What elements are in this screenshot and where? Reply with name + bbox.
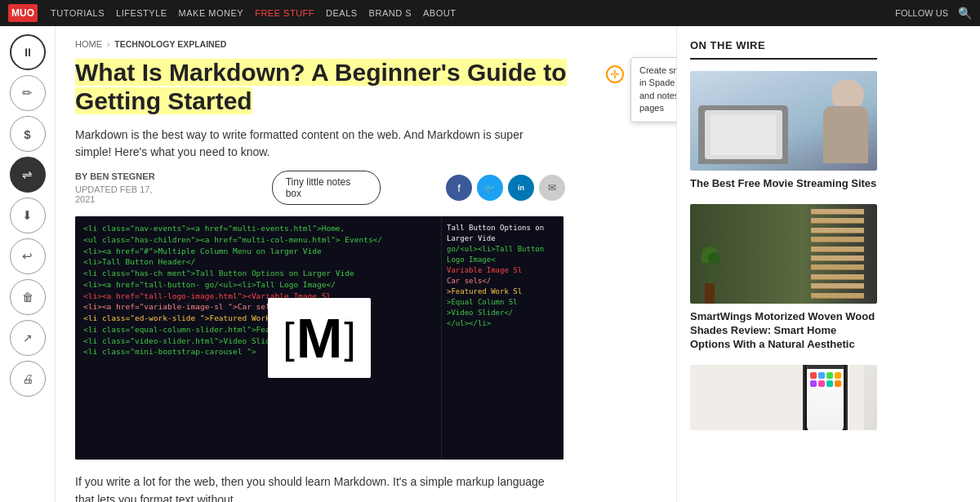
on-the-wire-title: ON THE WIRE [690, 39, 877, 60]
left-sidebar: ⏸ ✏ $ ⇌ ⬇ ↩ 🗑 ↗ 🖨 [0, 26, 56, 502]
delete-button[interactable]: 🗑 [10, 279, 46, 315]
annotation-icon[interactable]: ✛ [606, 65, 624, 83]
linkedin-share-button[interactable]: in [508, 175, 534, 201]
social-buttons: f 🐦 in ✉ [446, 175, 565, 201]
phone-screen [807, 365, 844, 430]
nav-item-freestuff[interactable]: FREE STUFF [255, 8, 314, 18]
phone-visual [803, 365, 848, 430]
notes-box: Tiny little notes box [272, 171, 381, 205]
wire-title-2[interactable]: SmartWings Motorized Woven Wood Shades R… [690, 310, 877, 352]
article-title-wrapper: What Is Markdown? A Beginner's Guide to … [75, 59, 657, 115]
markdown-logo: [ M ] [268, 298, 371, 378]
search-icon[interactable]: 🔍 [958, 7, 972, 20]
nav-item-deals[interactable]: DEALS [326, 8, 358, 18]
nav-item-about[interactable]: ABOUT [423, 8, 456, 18]
undo-button[interactable]: ↩ [10, 238, 46, 274]
transfer-button[interactable]: ⇌ [10, 157, 46, 193]
main-layout: ⏸ ✏ $ ⇌ ⬇ ↩ 🗑 ↗ 🖨 HOME › TECHNOLOGY EXPL… [0, 26, 980, 502]
annotation-tooltip: Create small Notes Boxes in Spade to add… [630, 57, 676, 122]
print-button[interactable]: 🖨 [10, 361, 46, 397]
annotation-container: ✛ Create small Notes Boxes in Spade to a… [606, 65, 624, 83]
right-sidebar: ON THE WIRE The Be [676, 26, 890, 502]
wire-image-2 [690, 204, 877, 304]
twitter-share-button[interactable]: 🐦 [477, 175, 503, 201]
nav-item-lifestyle[interactable]: LIFESTYLE [116, 8, 167, 18]
article-date: UPDATED FEB 17, 2021 [75, 184, 174, 204]
wire-item-2: SmartWings Motorized Woven Wood Shades R… [690, 204, 877, 352]
nav-item-makemoney[interactable]: MAKE MONEY [179, 8, 244, 18]
nav-right: FOLLOW US 🔍 [895, 7, 972, 20]
bracket-right: ] [344, 313, 355, 362]
markdown-m: M [296, 306, 343, 370]
dollar-button[interactable]: $ [10, 116, 46, 152]
article-author: BY BEN STEGNER [75, 171, 174, 181]
article-body: If you write a lot for the web, then you… [75, 473, 564, 502]
breadcrumb-separator: › [107, 40, 109, 49]
wire-item-1: The Best Free Movie Streaming Sites [690, 71, 877, 191]
follow-us-button[interactable]: FOLLOW US [895, 8, 948, 18]
nav-item-tutorials[interactable]: TUTORIALS [51, 8, 105, 18]
bracket-left: [ [283, 313, 294, 362]
edit-button[interactable]: ✏ [10, 75, 46, 111]
breadcrumb: HOME › TECHNOLOGY EXPLAINED [75, 39, 657, 49]
wire-item-3 [690, 365, 877, 430]
nav-logo[interactable]: MUO [8, 4, 38, 22]
download-button[interactable]: ⬇ [10, 198, 46, 233]
nav-item-brands[interactable]: BRAND S [369, 8, 412, 18]
content-area: HOME › TECHNOLOGY EXPLAINED What Is Mark… [56, 26, 676, 502]
wire-image-3 [690, 365, 877, 430]
share-button[interactable]: ↗ [10, 320, 46, 356]
article-intro: Markdown is the best way to write format… [75, 127, 549, 161]
email-share-button[interactable]: ✉ [539, 175, 565, 201]
nav-items: TUTORIALS LIFESTYLE MAKE MONEY FREE STUF… [51, 8, 882, 18]
article-title: What Is Markdown? A Beginner's Guide to … [75, 59, 567, 114]
pause-button[interactable]: ⏸ [10, 34, 46, 70]
facebook-share-button[interactable]: f [446, 175, 472, 201]
wire-image-1 [690, 71, 877, 171]
breadcrumb-home[interactable]: HOME [75, 39, 102, 49]
wire-title-1[interactable]: The Best Free Movie Streaming Sites [690, 177, 877, 191]
top-nav: MUO TUTORIALS LIFESTYLE MAKE MONEY FREE … [0, 0, 980, 26]
article-hero-image: <li class="nav-events"><a href="multi-ev… [75, 216, 564, 460]
breadcrumb-current: TECHNOLOGY EXPLAINED [114, 39, 226, 49]
